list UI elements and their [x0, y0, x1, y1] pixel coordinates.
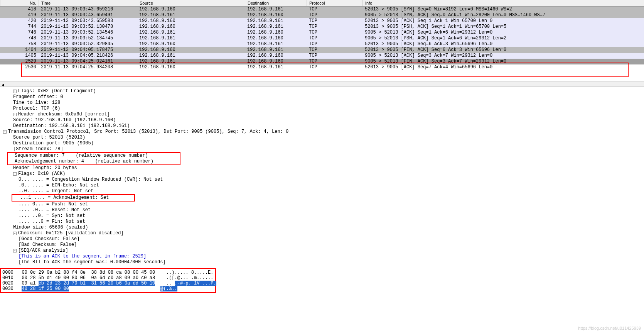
detail-line[interactable]: [The RTT to ACK the segment was: 0.00004…	[3, 259, 644, 265]
detail-line[interactable]: .... .0.. = Reset: Not set	[3, 207, 644, 213]
detail-line[interactable]: Window size: 65696 (scaled)	[3, 225, 644, 230]
col-header-source[interactable]: Source	[137, 0, 245, 6]
collapse-icon[interactable]: -	[13, 232, 17, 235]
packet-row[interactable]: 14052019-11-13 09:04:05.218426192.168.9.…	[0, 53, 644, 59]
packet-row[interactable]: 25302019-11-13 09:04:25.934208192.168.9.…	[0, 64, 644, 70]
detail-line[interactable]: +Flags: 0x02 (Don't Fragment)	[3, 88, 644, 94]
packet-details-pane: +Flags: 0x02 (Don't Fragment) Fragment o…	[0, 87, 644, 267]
col-header-protocol[interactable]: Protocol	[307, 0, 362, 6]
packet-row[interactable]: 7462019-11-13 09:03:52.134546192.168.9.1…	[0, 30, 644, 36]
packet-list-pane: No. Time Source Destination Protocol Inf…	[0, 0, 644, 87]
scroll-left-icon[interactable]: ◄	[2, 83, 5, 86]
packet-row[interactable]: 14042019-11-13 09:04:05.178475192.168.9.…	[0, 47, 644, 53]
detail-line[interactable]: +Header checksum: 0x0a6d [correct]	[3, 112, 644, 117]
col-header-info[interactable]: Info	[362, 0, 644, 6]
detail-seqack[interactable]: -[SEQ/ACK analysis]	[3, 248, 644, 254]
detail-line[interactable]: .... 0... = Push: Not set	[3, 202, 644, 207]
hex-row[interactable]: 0010 00 28 5b d1 40 00 80 06 0a 6d c0 a8…	[2, 275, 214, 281]
detail-line[interactable]: 0... .... = Congestion Window Reduced (C…	[3, 177, 644, 183]
detail-line[interactable]: Destination port: 9005 (9005)	[3, 141, 644, 146]
detail-ack-frame-link[interactable]: [This is an ACK to the segment in frame:…	[3, 254, 644, 259]
packet-row[interactable]: 4192019-11-13 09:03:43.659491192.168.9.1…	[0, 12, 644, 18]
col-header-time[interactable]: Time	[39, 0, 137, 6]
detail-line[interactable]: Protocol: TCP (6)	[3, 106, 644, 112]
hex-row[interactable]: 0030 40 28 1f 25 00 00 @(.%..	[2, 286, 214, 291]
detail-line[interactable]: .0.. .... = ECN-Echo: Not set	[3, 183, 644, 188]
collapse-icon[interactable]: -	[3, 130, 7, 134]
col-header-no[interactable]: No.	[0, 0, 39, 6]
packet-row[interactable]: 4202019-11-13 09:03:43.659583192.168.9.1…	[0, 18, 644, 24]
packet-list-header: No. Time Source Destination Protocol Inf…	[0, 0, 644, 7]
packet-row[interactable]: 4182019-11-13 09:03:43.659216192.168.9.1…	[0, 7, 644, 12]
expand-icon[interactable]: +	[13, 113, 17, 116]
packet-row[interactable]: 7582019-11-13 09:03:52.329845192.168.9.1…	[0, 41, 644, 47]
hex-dump-pane: 0000 00 0c 29 0a b2 88 f4 8e 38 8d 08 ca…	[0, 268, 216, 293]
hex-row[interactable]: 0000 00 0c 29 0a b2 88 f4 8e 38 8d 08 ca…	[2, 270, 214, 275]
detail-line[interactable]: [Good Checksum: False]	[3, 236, 644, 242]
detail-line[interactable]: Source: 192.168.9.160 (192.168.9.160)	[3, 117, 644, 123]
hex-row[interactable]: 0020 09 a1 cb 2d 23 2d 70 b1 31 56 20 b6…	[2, 281, 214, 286]
detail-line[interactable]: .... ..0. = Syn: Not set	[3, 213, 644, 219]
detail-line[interactable]: Destination: 192.168.9.161 (192.168.9.16…	[3, 123, 644, 129]
detail-tcp-flags[interactable]: -Flags: 0x10 (ACK)	[3, 171, 644, 177]
col-header-destination[interactable]: Destination	[245, 0, 307, 6]
expand-icon[interactable]: +	[13, 90, 17, 93]
detail-line[interactable]: [Stream index: 78]	[3, 146, 644, 152]
detail-line[interactable]: ..0. .... = Urgent: Not set	[3, 188, 644, 194]
detail-line[interactable]: Source port: 52013 (52013)	[3, 135, 644, 141]
highlight-box-seq-ack: Sequence number: 7 (relative sequence nu…	[3, 152, 644, 165]
detail-checksum[interactable]: -Checksum: 0x1f25 [validation disabled]	[3, 230, 644, 236]
detail-line[interactable]: .... ...0 = Fin: Not set	[3, 219, 644, 225]
packet-row[interactable]: 7482019-11-13 09:03:52.134745192.168.9.1…	[0, 36, 644, 41]
collapse-icon[interactable]: -	[13, 249, 17, 252]
detail-line[interactable]: [Bad Checksum: False]	[3, 242, 644, 248]
detail-line[interactable]: Time to live: 128	[3, 100, 644, 106]
h-scrollbar[interactable]: ◄	[0, 81, 644, 86]
detail-line[interactable]: Header length: 20 bytes	[3, 165, 644, 171]
highlight-box-ack-flag: ...1 .... = Acknowledgement: Set	[3, 194, 644, 202]
packet-row[interactable]: 7442019-11-13 09:03:52.130478192.168.9.1…	[0, 24, 644, 30]
detail-line[interactable]: Fragment offset: 0	[3, 94, 644, 100]
collapse-icon[interactable]: -	[13, 172, 17, 176]
detail-tcp-header[interactable]: -Transmission Control Protocol, Src Port…	[3, 129, 644, 135]
packet-row[interactable]: 25292019-11-13 09:04:25.024161192.168.9.…	[0, 59, 644, 64]
